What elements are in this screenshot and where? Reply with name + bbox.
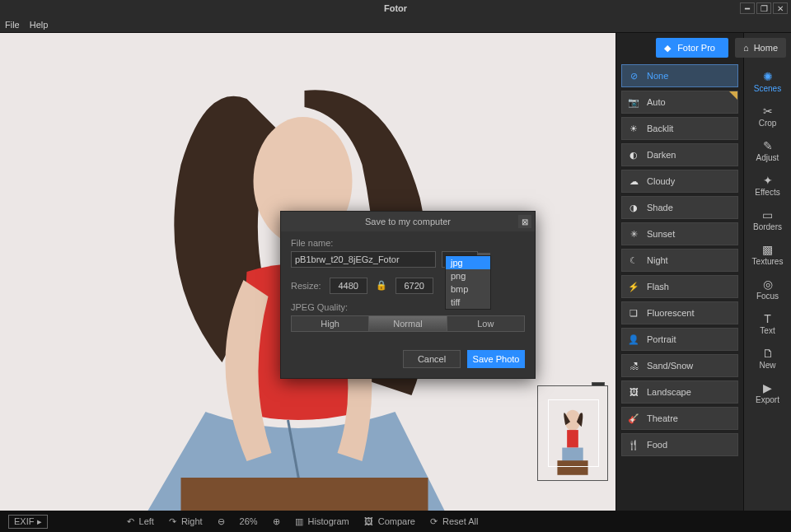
- rotate-right-button[interactable]: ↷Right: [169, 516, 203, 527]
- exif-button[interactable]: EXIF ▸: [8, 515, 48, 529]
- scene-item-fluorescent[interactable]: ❏Fluorescent: [621, 301, 738, 324]
- compare-button[interactable]: 🖼Compare: [364, 516, 415, 526]
- diamond-icon: ◆: [664, 43, 671, 54]
- menu-help[interactable]: Help: [30, 20, 49, 30]
- scene-icon: ⚡: [627, 281, 640, 292]
- filename-input[interactable]: [291, 251, 436, 268]
- scene-icon: ✳: [627, 228, 640, 240]
- thumbnail-preview[interactable]: [537, 385, 608, 481]
- scene-item-backlit[interactable]: ☀Backlit: [621, 117, 738, 140]
- quality-normal-button[interactable]: Normal: [369, 315, 447, 332]
- title-bar: Fotor ━ ❐ ✕: [0, 0, 791, 16]
- status-bar: EXIF ▸ ↶Left ↷Right ⊖ 26% ⊕ ▥Histogram 🖼…: [0, 511, 791, 532]
- tool-label: Text: [760, 326, 775, 335]
- app-title: Fotor: [384, 3, 407, 13]
- scene-item-night[interactable]: ☾Night: [621, 249, 738, 272]
- menu-file[interactable]: File: [5, 20, 20, 30]
- rotate-left-icon: ↶: [127, 516, 134, 527]
- tool-focus[interactable]: ◎Focus: [744, 272, 791, 306]
- scene-item-darken[interactable]: ◐Darken: [621, 143, 738, 166]
- tool-sidebar: ✺Scenes✂Crop✎Adjust✦Effects▭Borders▩Text…: [743, 33, 791, 511]
- scene-item-food[interactable]: 🍴Food: [621, 433, 738, 456]
- dialog-title-bar: Save to my computer ⊠: [281, 212, 535, 231]
- zoom-out-icon: ⊖: [218, 516, 225, 527]
- scene-icon: 🍴: [627, 439, 640, 450]
- adjust-icon: ✎: [763, 140, 773, 152]
- scene-icon: ❏: [627, 307, 640, 319]
- home-icon: ⌂: [743, 43, 749, 53]
- reset-all-button[interactable]: ⟳Reset All: [430, 516, 478, 527]
- menu-bar: File Help: [0, 16, 791, 33]
- extension-option-bmp[interactable]: bmp: [446, 282, 490, 296]
- tool-textures[interactable]: ▩Textures: [744, 237, 791, 272]
- scene-item-landscape[interactable]: 🖼Landscape: [621, 380, 738, 404]
- scene-item-theatre[interactable]: 🎸Theatre: [621, 407, 738, 430]
- resize-height-input[interactable]: [396, 278, 433, 294]
- resize-width-input[interactable]: [330, 278, 367, 294]
- scene-item-sand-snow[interactable]: 🏖Sand/Snow: [621, 354, 738, 377]
- text-icon: T: [764, 313, 771, 324]
- tool-scenes[interactable]: ✺Scenes: [744, 64, 791, 99]
- new-icon: 🗋: [762, 348, 774, 359]
- histogram-button[interactable]: ▥Histogram: [295, 516, 349, 527]
- borders-icon: ▭: [762, 209, 773, 221]
- svg-rect-4: [181, 478, 428, 511]
- tool-label: Scenes: [754, 84, 781, 93]
- cancel-button[interactable]: Cancel: [403, 350, 461, 368]
- resize-label: Resize:: [291, 281, 321, 291]
- scene-item-flash[interactable]: ⚡Flash: [621, 275, 738, 298]
- scene-item-cloudy[interactable]: ☁Cloudy: [621, 170, 738, 193]
- scene-item-sunset[interactable]: ✳Sunset: [621, 222, 738, 245]
- tool-label: Crop: [759, 119, 777, 128]
- tool-text[interactable]: TText: [744, 306, 791, 341]
- scenes-icon: ✺: [763, 71, 773, 82]
- scene-label: Cloudy: [647, 176, 675, 186]
- fotor-pro-button[interactable]: ◆ Fotor Pro: [656, 38, 728, 58]
- tool-new[interactable]: 🗋New: [744, 341, 791, 376]
- quality-high-button[interactable]: High: [291, 315, 369, 332]
- scene-icon: ☀: [627, 123, 640, 134]
- tool-crop[interactable]: ✂Crop: [744, 99, 791, 133]
- extension-option-jpg[interactable]: jpg: [446, 256, 490, 269]
- tool-borders[interactable]: ▭Borders: [744, 203, 791, 237]
- scene-label: Portrait: [647, 334, 676, 344]
- focus-icon: ◎: [763, 278, 773, 290]
- scene-label: Darken: [647, 150, 676, 160]
- scene-icon: ⊘: [627, 70, 640, 82]
- scene-label: Night: [647, 255, 668, 265]
- tool-export[interactable]: ▶Export: [744, 376, 791, 410]
- extension-option-tiff[interactable]: tiff: [446, 296, 490, 309]
- scene-item-auto[interactable]: 📷Auto: [621, 91, 738, 114]
- scene-icon: 🏖: [627, 360, 640, 371]
- home-button[interactable]: ⌂ Home: [735, 38, 786, 58]
- tool-effects[interactable]: ✦Effects: [744, 168, 791, 203]
- scene-label: None: [647, 71, 668, 81]
- scene-item-shade[interactable]: ◑Shade: [621, 196, 738, 219]
- scene-label: Shade: [647, 203, 673, 212]
- tool-label: New: [759, 361, 775, 370]
- zoom-out-button[interactable]: ⊖: [218, 516, 225, 527]
- scene-label: Sand/Snow: [647, 361, 693, 371]
- extension-option-png[interactable]: png: [446, 269, 490, 282]
- scene-label: Fluorescent: [647, 308, 694, 318]
- scene-label: Auto: [647, 97, 666, 107]
- save-photo-button[interactable]: Save Photo: [467, 350, 525, 368]
- scene-icon: ☁: [627, 175, 640, 187]
- rotate-left-button[interactable]: ↶Left: [127, 516, 154, 527]
- lock-aspect-icon[interactable]: 🔒: [376, 280, 387, 291]
- maximize-button[interactable]: ❐: [756, 2, 771, 14]
- scene-badge: [729, 91, 737, 100]
- extension-dropdown: jpgpngbmptiff: [445, 255, 491, 310]
- export-icon: ▶: [763, 382, 772, 394]
- quality-low-button[interactable]: Low: [447, 315, 525, 332]
- minimize-button[interactable]: ━: [740, 2, 755, 14]
- scene-item-none[interactable]: ⊘None: [621, 64, 738, 87]
- tool-label: Adjust: [756, 153, 779, 162]
- tool-adjust[interactable]: ✎Adjust: [744, 133, 791, 168]
- home-label: Home: [754, 43, 778, 53]
- scene-label: Sunset: [647, 229, 675, 239]
- close-button[interactable]: ✕: [773, 2, 788, 14]
- scene-item-portrait[interactable]: 👤Portrait: [621, 328, 738, 351]
- zoom-in-button[interactable]: ⊕: [273, 516, 280, 527]
- dialog-close-button[interactable]: ⊠: [518, 215, 531, 228]
